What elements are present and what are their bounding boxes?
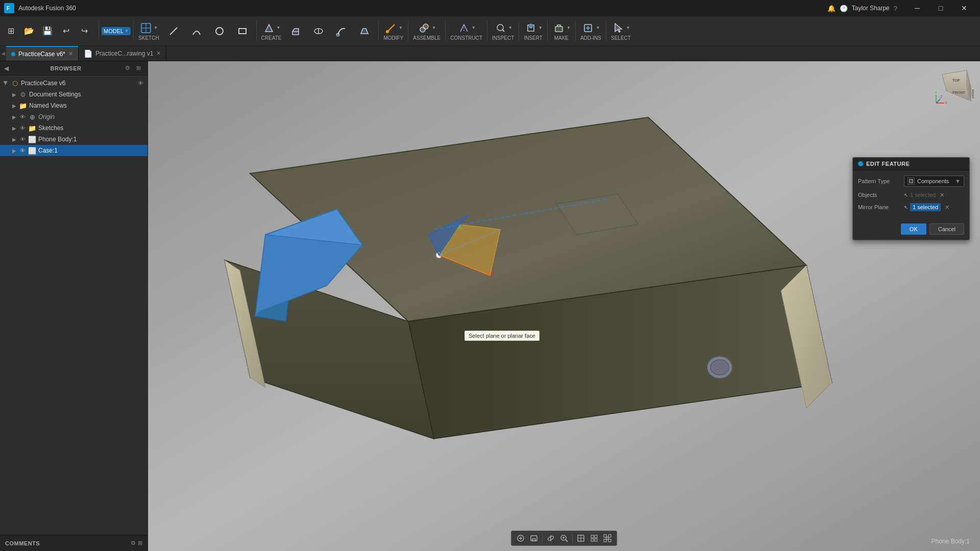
comments-expand-icon[interactable]: ⊞: [138, 540, 142, 546]
svg-rect-61: [606, 537, 609, 540]
orbit-btn[interactable]: [545, 532, 557, 544]
tree-root-icon: ⬡: [10, 79, 19, 88]
tab-model-dot: [11, 52, 15, 56]
snap-btn[interactable]: [601, 532, 614, 544]
mirror-plane-row: Mirror Plane ↖ 1 selected ✕: [858, 203, 964, 211]
maximize-button[interactable]: □: [929, 0, 952, 16]
main-layout: ◀ BROWSER ⚙ ⊞ ▶ ⬡ PracticeCase v6 👁 ▶ ⚙: [0, 61, 980, 551]
grid-menu-button[interactable]: ⊞: [2, 23, 19, 39]
line-tool[interactable]: [162, 23, 185, 39]
tree-phone-body-visibility[interactable]: 👁: [18, 135, 27, 143]
circle-tool[interactable]: [208, 23, 231, 39]
tree-doc-arrow[interactable]: ▶: [10, 90, 18, 98]
insert-icon: [524, 21, 537, 35]
save-button[interactable]: 💾: [39, 23, 56, 39]
redo-button[interactable]: ↪: [76, 23, 93, 39]
tab-back-button[interactable]: ◀: [2, 51, 5, 56]
tree-sketches-visibility[interactable]: 👁: [18, 124, 27, 132]
tab-bar: ◀ PracticeCase v6* ✕ 📄 PracticeC...rawin…: [0, 46, 980, 61]
undo-button[interactable]: ↩: [57, 23, 75, 39]
modify-group[interactable]: ▼ MODIFY: [381, 20, 405, 42]
mirror-plane-clear-btn[interactable]: ✕: [943, 203, 951, 211]
tree-case1-label: Case:1: [38, 147, 145, 154]
sweep-tool[interactable]: [330, 23, 353, 39]
create-group[interactable]: ▼ CREATE: [259, 20, 284, 42]
display-mode-btn[interactable]: [575, 532, 587, 544]
help-icon[interactable]: ?: [894, 5, 897, 12]
user-name[interactable]: Taylor Sharpe: [852, 5, 890, 12]
tab-drawing-close[interactable]: ✕: [156, 50, 161, 57]
assemble-group[interactable]: ▼ ASSEMBLE: [411, 20, 443, 42]
inspect-group[interactable]: ▼ INSPECT: [490, 20, 516, 42]
clock-icon[interactable]: 🕐: [840, 5, 848, 12]
tree-root-visibility[interactable]: 👁: [136, 79, 144, 87]
tree-origin-arrow[interactable]: ▶: [10, 113, 18, 121]
objects-badge[interactable]: ↖ 1 selected: [904, 192, 936, 198]
zoom-btn[interactable]: [558, 532, 570, 544]
loft-tool[interactable]: [353, 23, 376, 39]
model-label: MODEL: [104, 28, 124, 34]
edit-feature-icon: [858, 161, 863, 166]
make-group[interactable]: ▼ MAKE: [550, 20, 573, 42]
sketch-icon: [139, 21, 153, 35]
edit-feature-title: EDIT FEATURE: [866, 161, 910, 167]
insert-group[interactable]: ▼ INSERT: [522, 20, 545, 42]
rect-tool[interactable]: [231, 23, 254, 39]
tree-root-arrow[interactable]: ▶: [2, 79, 10, 87]
browser-expand-icon[interactable]: ⊞: [134, 64, 143, 73]
notification-icon[interactable]: 🔔: [827, 5, 836, 12]
minimize-button[interactable]: ─: [905, 0, 929, 16]
ef-cancel-button[interactable]: Cancel: [929, 223, 964, 235]
fit-view-btn[interactable]: [514, 532, 527, 544]
construct-group[interactable]: ▼ CONSTRUCT: [448, 20, 484, 42]
grid-btn[interactable]: [588, 532, 600, 544]
browser-collapse-btn[interactable]: ◀: [4, 65, 9, 72]
tree-root[interactable]: ▶ ⬡ PracticeCase v6 👁: [0, 78, 148, 89]
browser-settings-icon[interactable]: ⚙: [123, 64, 132, 73]
tab-model-close[interactable]: ✕: [68, 51, 73, 57]
toolbar-sep-2: [133, 21, 134, 41]
close-button[interactable]: ✕: [952, 0, 976, 16]
objects-clear-btn[interactable]: ✕: [938, 191, 946, 199]
tree-phone-body-arrow[interactable]: ▶: [10, 135, 18, 143]
model-dropdown[interactable]: MODEL ▼: [102, 27, 131, 35]
ef-ok-button[interactable]: OK: [901, 223, 926, 235]
extrude-tool[interactable]: [284, 23, 307, 39]
tab-model[interactable]: PracticeCase v6* ✕: [6, 46, 79, 61]
tree-origin-visibility[interactable]: 👁: [18, 113, 27, 121]
tree-case1-visibility[interactable]: 👁: [18, 146, 27, 155]
pattern-type-dropdown[interactable]: Components ▼: [904, 176, 964, 187]
nav-cube[interactable]: TOP RIGHT FRONT X Y Z: [934, 66, 975, 109]
mirror-plane-badge[interactable]: ↖ 1 selected: [904, 203, 941, 211]
assemble-icon: [418, 21, 431, 35]
tree-sketches-arrow[interactable]: ▶: [10, 124, 18, 132]
line-icon: [167, 24, 180, 38]
tree-case1-arrow[interactable]: ▶: [10, 146, 18, 155]
tree-named-views-arrow[interactable]: ▶: [10, 102, 18, 110]
tree-phone-body[interactable]: ▶ 👁 ⬜ Phone Body:1: [0, 134, 148, 145]
add-ins-group[interactable]: ▼ ADD-INS: [578, 20, 603, 42]
tree-case1[interactable]: ▶ 👁 ⬜ Case:1: [0, 145, 148, 156]
tree-doc-label: Document Settings: [29, 91, 145, 98]
viewport-body-label: Phone Body:1: [932, 538, 970, 545]
tree-origin[interactable]: ▶ 👁 ⊕ Origin: [0, 111, 148, 122]
tree-sketches[interactable]: ▶ 👁 📁 Sketches: [0, 122, 148, 134]
tree-named-views[interactable]: ▶ 📁 Named Views: [0, 100, 148, 111]
revolve-tool[interactable]: [307, 23, 330, 39]
sketch-group[interactable]: ▼ SKETCH: [136, 20, 161, 42]
browser-header: ◀ BROWSER ⚙ ⊞: [0, 61, 148, 76]
comments-settings-icon[interactable]: ⚙: [131, 540, 136, 546]
svg-rect-56: [595, 539, 597, 541]
viewport[interactable]: Select plane or planar face: [148, 61, 980, 551]
select-label: SELECT: [611, 35, 631, 41]
vp-controls-sep1: [542, 534, 543, 543]
select-group[interactable]: ▼ SELECT: [609, 20, 633, 42]
svg-rect-55: [591, 539, 594, 541]
body-name: Phone Body:1: [932, 538, 970, 545]
open-file-button[interactable]: 📂: [20, 23, 38, 39]
home-view-btn[interactable]: [528, 532, 540, 544]
arc-tool[interactable]: [185, 23, 208, 39]
comments-label: COMMENTS: [5, 540, 40, 546]
tree-doc-settings[interactable]: ▶ ⚙ Document Settings: [0, 89, 148, 100]
tab-drawing[interactable]: 📄 PracticeC...rawing v1 ✕: [79, 46, 166, 61]
